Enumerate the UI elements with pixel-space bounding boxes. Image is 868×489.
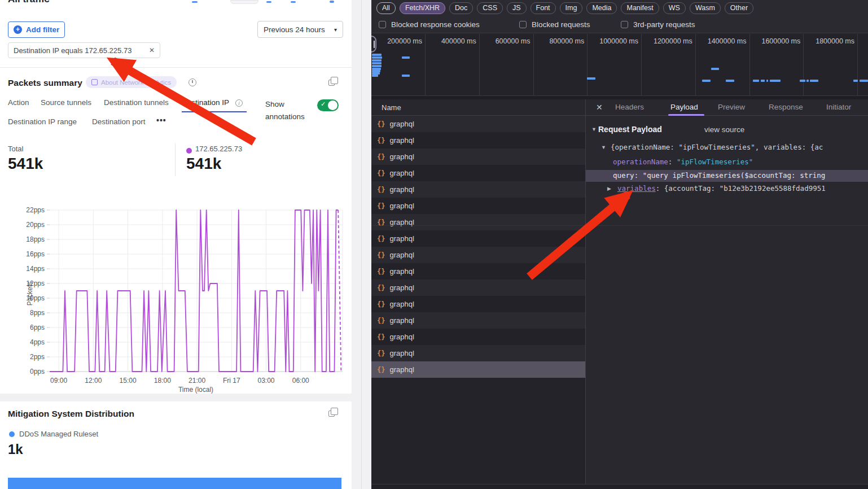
request-row[interactable]: {}graphql xyxy=(371,198,585,214)
filter-pill-ws[interactable]: WS xyxy=(663,2,686,14)
mitigation-bar xyxy=(8,478,341,489)
request-row[interactable]: {}graphql xyxy=(371,263,585,280)
filter-pill-manifest[interactable]: Manifest xyxy=(621,2,659,14)
request-row[interactable]: {}graphql xyxy=(371,312,585,329)
svg-text:09:00: 09:00 xyxy=(50,377,67,385)
detail-tab-payload[interactable]: Payload xyxy=(670,103,698,111)
svg-text:0pps: 0pps xyxy=(30,368,45,376)
payload-key: query xyxy=(613,171,634,180)
checkbox-blocked-response-cookies[interactable] xyxy=(379,21,386,28)
tab-destination-ip-range[interactable]: Destination IP range xyxy=(8,117,77,126)
request-row[interactable]: {}graphql xyxy=(371,181,585,198)
triangle-down-icon: ▼ xyxy=(591,126,597,132)
request-row[interactable]: {}graphql xyxy=(371,361,585,378)
checkbox-label: Blocked requests xyxy=(532,20,590,29)
filter-pill-css[interactable]: CSS xyxy=(477,2,503,14)
request-timing-bar xyxy=(587,77,595,80)
request-name: graphql xyxy=(389,316,414,325)
about-network-analytics-badge[interactable]: About Network Analytics xyxy=(86,76,177,88)
request-payload-header[interactable]: ▼ Request Payload view source xyxy=(586,124,868,136)
svg-text:8pps: 8pps xyxy=(30,309,45,317)
braces-icon: {} xyxy=(377,350,385,357)
filter-pill-fetch-xhr[interactable]: Fetch/XHR xyxy=(400,2,445,14)
request-row[interactable]: {}graphql xyxy=(371,165,585,181)
svg-text:15:00: 15:00 xyxy=(120,377,137,385)
card-gap xyxy=(0,394,352,401)
filter-pill-font[interactable]: Font xyxy=(531,2,556,14)
request-row[interactable]: {}graphql xyxy=(371,116,585,132)
tab-destination-ip[interactable]: Destination IP xyxy=(182,98,229,107)
remove-filter-icon[interactable]: ✕ xyxy=(149,46,155,54)
filter-pill-js[interactable]: JS xyxy=(507,2,527,14)
network-overview-timeline[interactable]: 200000 ms400000 ms600000 ms800000 ms1000… xyxy=(371,34,868,96)
request-name: graphql xyxy=(389,136,414,145)
detail-tab-headers[interactable]: Headers xyxy=(615,103,644,111)
filter-pill-doc[interactable]: Doc xyxy=(449,2,473,14)
request-payload-title: Request Payload xyxy=(598,125,662,134)
filter-pill-wasm[interactable]: Wasm xyxy=(690,2,721,14)
payload-operationname-row[interactable]: operationName: "ipFlowTimeseries" xyxy=(586,156,868,168)
request-timing-bar xyxy=(402,56,410,59)
filter-pill-all[interactable]: All xyxy=(376,2,396,14)
clipped-toolbar-fragment xyxy=(192,1,198,3)
request-timing-bar xyxy=(372,75,378,77)
timeline-tick-label: 1600000 ms xyxy=(748,37,800,45)
copy-panel-icon[interactable] xyxy=(328,80,335,86)
name-column-header[interactable]: Name xyxy=(371,99,585,116)
checkbox-3rd-party-requests[interactable] xyxy=(621,21,628,28)
request-row[interactable]: {}graphql xyxy=(371,149,585,165)
tab-source-tunnels[interactable]: Source tunnels xyxy=(41,98,91,107)
series-label: 172.65.225.73 xyxy=(195,145,242,153)
time-range-dropdown[interactable]: Previous 24 hours ▾ xyxy=(257,21,343,38)
request-name: graphql xyxy=(389,169,414,177)
request-row[interactable]: {}graphql xyxy=(371,280,585,296)
filter-chip[interactable]: Destination IP equals 172.65.225.73 ✕ xyxy=(8,42,160,58)
show-annotations-label: Show annotations xyxy=(265,98,314,123)
request-row[interactable]: {}graphql xyxy=(371,247,585,263)
show-annotations-toggle[interactable]: ✓ xyxy=(317,99,339,111)
tab-destination-tunnels[interactable]: Destination tunnels xyxy=(104,98,169,107)
active-tab-underline xyxy=(182,111,247,112)
copy-panel-icon[interactable] xyxy=(328,411,335,417)
filter-pill-other[interactable]: Other xyxy=(725,2,753,14)
tab-destination-port[interactable]: Destination port xyxy=(92,117,146,126)
request-name: graphql xyxy=(389,349,414,357)
payload-variables-row[interactable]: ▶ variables: {accountTag: "b12e3b2192ee5… xyxy=(586,183,868,195)
svg-text:6pps: 6pps xyxy=(30,324,45,331)
more-tabs-button[interactable]: ••• xyxy=(156,116,166,125)
request-name: graphql xyxy=(389,152,414,161)
request-row[interactable]: {}graphql xyxy=(371,132,585,149)
braces-icon: {} xyxy=(377,137,385,145)
payload-preview-row[interactable]: ▼ {operationName: "ipFlowTimeseries", va… xyxy=(586,142,868,154)
detail-tab-initiator[interactable]: Initiator xyxy=(826,103,851,111)
request-row[interactable]: {}graphql xyxy=(371,345,585,361)
filter-pill-media[interactable]: Media xyxy=(586,2,617,14)
request-row[interactable]: {}graphql xyxy=(371,329,585,345)
devtools-bottom-bar xyxy=(371,484,868,489)
filter-pill-img[interactable]: Img xyxy=(560,2,583,14)
mitigation-legend-dot xyxy=(9,431,15,437)
request-timing-bar xyxy=(372,54,382,56)
checkbox-blocked-requests[interactable] xyxy=(519,21,527,28)
add-filter-button[interactable]: + Add filter xyxy=(8,21,65,38)
info-icon[interactable]: i xyxy=(235,99,243,107)
payload-preview-text: {operationName: "ipFlowTimeseries", vari… xyxy=(611,143,823,151)
guide-icon xyxy=(91,79,98,85)
close-icon[interactable]: ✕ xyxy=(596,103,603,112)
packets-summary-title: Packets summary xyxy=(8,78,82,88)
payload-query-row[interactable]: query: "query ipFlowTimeseries($accountT… xyxy=(586,170,868,182)
braces-icon: {} xyxy=(377,268,385,276)
network-checkbox-row: Blocked response cookiesBlocked requests… xyxy=(371,16,868,33)
request-row[interactable]: {}graphql xyxy=(371,296,585,312)
svg-text:18pps: 18pps xyxy=(26,235,45,243)
mitigation-value: 1k xyxy=(8,442,23,457)
detail-tab-preview[interactable]: Preview xyxy=(718,103,745,111)
request-timing-bar xyxy=(711,68,719,70)
request-row[interactable]: {}graphql xyxy=(371,230,585,247)
braces-icon: {} xyxy=(377,251,385,259)
view-source-link[interactable]: view source xyxy=(704,125,744,134)
tab-action[interactable]: Action xyxy=(8,98,29,107)
history-clock-icon[interactable] xyxy=(188,78,196,86)
request-row[interactable]: {}graphql xyxy=(371,214,585,230)
detail-tab-response[interactable]: Response xyxy=(769,103,803,111)
